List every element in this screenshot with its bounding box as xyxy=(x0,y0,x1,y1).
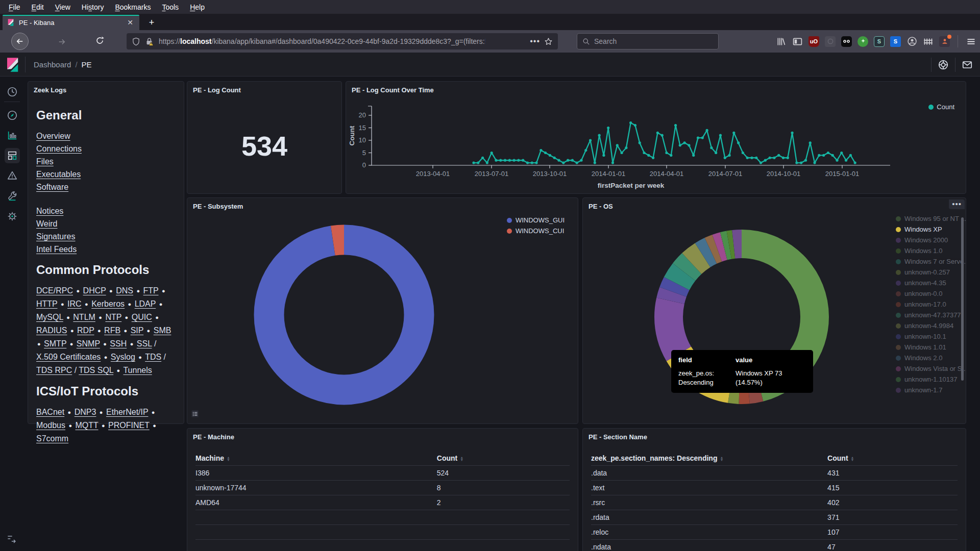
legend-item-unknown-10-1[interactable]: unknown-10.1 xyxy=(896,333,966,340)
proxy-extension-icon[interactable] xyxy=(939,36,950,47)
menu-history[interactable]: History xyxy=(76,3,110,11)
sidebar-icon[interactable] xyxy=(792,36,803,47)
menu-bookmarks[interactable]: Bookmarks xyxy=(109,3,156,11)
new-tab-button[interactable]: + xyxy=(145,16,158,29)
link-x-509-certificates[interactable]: X.509 Certificates xyxy=(36,353,101,361)
column-header-count[interactable]: Count▲▼ xyxy=(827,454,958,462)
menu-tools[interactable]: Tools xyxy=(156,3,184,11)
panel-title[interactable]: PE - OS xyxy=(589,203,613,210)
legend-item-windows-1-01[interactable]: Windows 1.01 xyxy=(896,343,966,351)
link-intel-feeds[interactable]: Intel Feeds xyxy=(36,245,77,254)
library-icon[interactable] xyxy=(776,36,787,47)
link-weird[interactable]: Weird xyxy=(36,219,58,228)
link-signatures[interactable]: Signatures xyxy=(36,232,76,241)
link-ssl[interactable]: SSL xyxy=(137,339,152,348)
link-notices[interactable]: Notices xyxy=(36,207,63,215)
breadcrumb-dashboard[interactable]: Dashboard xyxy=(34,60,71,69)
link-mqtt[interactable]: MQTT xyxy=(75,421,98,430)
tracking-shield-icon[interactable] xyxy=(132,37,140,46)
discover-compass-icon[interactable] xyxy=(6,109,18,121)
green-extension-icon[interactable] xyxy=(857,36,868,47)
menu-edit[interactable]: Edit xyxy=(26,3,50,11)
link-snmp[interactable]: SNMP xyxy=(77,339,100,348)
menu-help[interactable]: Help xyxy=(184,3,210,11)
link-sip[interactable]: SIP xyxy=(131,326,144,335)
visualize-chart-icon[interactable] xyxy=(6,129,18,141)
legend-toggle-icon[interactable] xyxy=(190,409,200,420)
link-radius[interactable]: RADIUS xyxy=(36,326,67,335)
link-files[interactable]: Files xyxy=(36,157,54,166)
panel-title[interactable]: Zeek Logs xyxy=(34,86,66,94)
link-kerberos[interactable]: Kerberos xyxy=(91,299,125,308)
link-tunnels[interactable]: Tunnels xyxy=(123,366,152,374)
link-rfb[interactable]: RFB xyxy=(104,326,120,335)
url-bar[interactable]: https://localhost/kibana/app/kibana#/das… xyxy=(127,33,558,49)
dev-tools-wrench-icon[interactable] xyxy=(6,190,18,202)
link-smtp[interactable]: SMTP xyxy=(44,339,66,348)
panel-options-ellipsis-icon[interactable]: ••• xyxy=(949,199,965,209)
link-bacnet[interactable]: BACnet xyxy=(36,408,64,416)
legend-item-windows-vista-or-s[interactable]: Windows Vista or S... xyxy=(896,365,966,372)
bookmark-star-icon[interactable] xyxy=(544,37,553,46)
link-dhcp[interactable]: DHCP xyxy=(83,286,106,295)
tab-close-icon[interactable]: ✕ xyxy=(125,18,135,27)
line-legend[interactable]: Count xyxy=(928,103,954,111)
legend-item-unknown-47-37377[interactable]: unknown-47.37377 xyxy=(896,311,966,319)
link-ldap[interactable]: LDAP xyxy=(135,299,156,308)
help-icon[interactable] xyxy=(938,59,949,70)
blue-s-extension-icon[interactable]: S xyxy=(890,36,901,47)
log-count-over-time-chart[interactable]: 051015202013-04-012013-07-012013-10-0120… xyxy=(346,82,966,193)
legend-item-windows-2000[interactable]: Windows 2000 xyxy=(896,236,966,244)
panel-title[interactable]: PE - Subsystem xyxy=(193,203,243,210)
forward-button[interactable] xyxy=(57,37,66,46)
link-dce-rpc[interactable]: DCE/RPC xyxy=(36,286,73,295)
legend-item-windows-95-or-nt[interactable]: Windows 95 or NT ... xyxy=(896,215,966,222)
link-dns[interactable]: DNS xyxy=(116,286,133,295)
link-s7comm[interactable]: S7comm xyxy=(36,434,68,443)
link-overview[interactable]: Overview xyxy=(36,132,70,140)
browser-tab[interactable]: PE - Kibana ✕ xyxy=(3,15,139,30)
menu-view[interactable]: View xyxy=(50,3,76,11)
kibana-logo[interactable] xyxy=(0,53,24,77)
link-ftp[interactable]: FTP xyxy=(143,286,159,295)
column-header-zeek-pe-section-names-descending[interactable]: zeek_pe.section_names: Descending▲▼ xyxy=(591,454,827,462)
legend-item-unknown-1-7[interactable]: unknown-1.7 xyxy=(896,386,966,394)
panel-title[interactable]: PE - Log Count xyxy=(193,86,241,94)
link-profinet[interactable]: PROFINET xyxy=(108,421,150,430)
panel-title[interactable]: PE - Log Count Over Time xyxy=(352,86,434,94)
page-actions-ellipsis-icon[interactable]: ••• xyxy=(526,37,544,46)
column-header-count[interactable]: Count▲▼ xyxy=(437,454,570,462)
link-executables[interactable]: Executables xyxy=(36,170,81,179)
panel-title[interactable]: PE - Section Name xyxy=(589,433,647,441)
legend-item-unknown-0-257[interactable]: unknown-0.257 xyxy=(896,268,966,276)
search-bar[interactable]: Search xyxy=(577,33,719,49)
link-http[interactable]: HTTP xyxy=(36,299,57,308)
legend-scrollbar[interactable] xyxy=(961,217,964,381)
stylus-extension-icon[interactable]: S xyxy=(874,36,885,47)
menu-file[interactable]: File xyxy=(3,3,26,11)
ublock-extension-icon[interactable]: uO xyxy=(808,36,819,47)
disabled-extension-icon[interactable] xyxy=(825,36,836,47)
link-ntp[interactable]: NTP xyxy=(105,313,121,321)
column-header-machine[interactable]: Machine▲▼ xyxy=(195,454,437,462)
link-software[interactable]: Software xyxy=(36,183,68,191)
link-rdp[interactable]: RDP xyxy=(77,326,94,335)
link-tds-sql[interactable]: TDS SQL xyxy=(79,366,113,374)
link-ntlm[interactable]: NTLM xyxy=(73,313,95,321)
legend-item-unknown-4-35[interactable]: unknown-4.35 xyxy=(896,279,966,287)
reload-button[interactable] xyxy=(95,36,105,45)
legend-item-windows-cui[interactable]: WINDOWS_CUI xyxy=(507,227,565,235)
legend-item-windows-1-0[interactable]: Windows 1.0 xyxy=(896,247,966,255)
legend-item-windows-gui[interactable]: WINDOWS_GUI xyxy=(507,216,565,224)
link-quic[interactable]: QUIC xyxy=(132,313,152,321)
recently-viewed-clock-icon[interactable] xyxy=(6,86,18,98)
panel-title[interactable]: PE - Machine xyxy=(193,433,234,441)
legend-item-unknown-0-0[interactable]: unknown-0.0 xyxy=(896,290,966,297)
lock-warning-icon[interactable] xyxy=(145,37,154,46)
link-modbus[interactable]: Modbus xyxy=(36,421,65,430)
pie-slice-windows-gui[interactable] xyxy=(269,240,419,390)
sort-icon[interactable]: ▲▼ xyxy=(851,456,854,461)
privacy-extension-icon[interactable] xyxy=(841,36,852,47)
link-connections[interactable]: Connections xyxy=(36,144,82,153)
link-irc[interactable]: IRC xyxy=(67,299,82,308)
